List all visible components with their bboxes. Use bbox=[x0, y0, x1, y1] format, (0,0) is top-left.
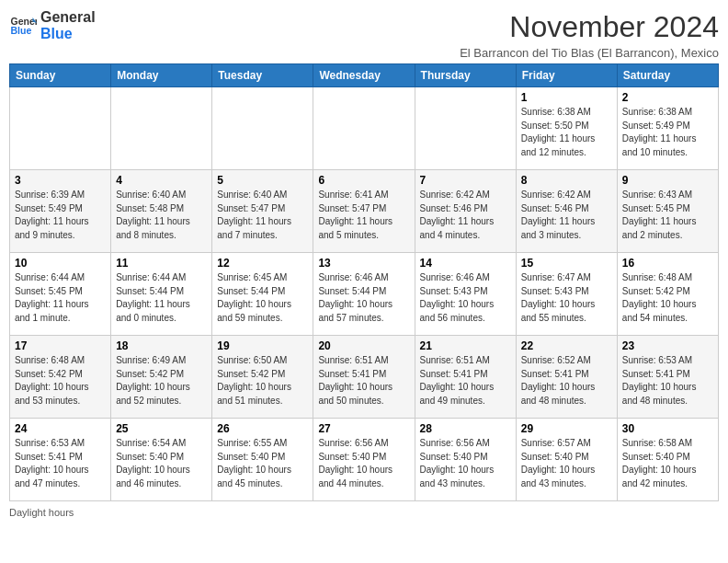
day-cell: 8Sunrise: 6:42 AM Sunset: 5:46 PM Daylig… bbox=[516, 170, 617, 253]
day-number: 11 bbox=[116, 257, 207, 270]
day-cell: 29Sunrise: 6:57 AM Sunset: 5:40 PM Dayli… bbox=[516, 419, 617, 501]
day-info: Sunrise: 6:39 AM Sunset: 5:49 PM Dayligh… bbox=[15, 189, 106, 242]
day-number: 17 bbox=[15, 339, 106, 352]
day-cell: 27Sunrise: 6:56 AM Sunset: 5:40 PM Dayli… bbox=[313, 419, 415, 501]
day-number: 7 bbox=[420, 174, 511, 187]
subtitle: El Barrancon del Tio Blas (El Barrancon)… bbox=[460, 46, 719, 60]
day-number: 16 bbox=[622, 257, 713, 270]
day-info: Sunrise: 6:48 AM Sunset: 5:42 PM Dayligh… bbox=[622, 271, 713, 325]
day-cell: 4Sunrise: 6:40 AM Sunset: 5:48 PM Daylig… bbox=[111, 170, 212, 253]
title-area: November 2024 El Barrancon del Tio Blas … bbox=[460, 9, 719, 60]
day-number: 5 bbox=[217, 174, 308, 187]
day-cell: 10Sunrise: 6:44 AM Sunset: 5:45 PM Dayli… bbox=[10, 253, 111, 336]
day-cell: 1Sunrise: 6:38 AM Sunset: 5:50 PM Daylig… bbox=[516, 87, 617, 170]
day-number: 15 bbox=[521, 257, 612, 270]
footer-note: Daylight hours bbox=[9, 507, 719, 518]
day-cell bbox=[111, 87, 212, 170]
day-info: Sunrise: 6:42 AM Sunset: 5:46 PM Dayligh… bbox=[420, 189, 511, 242]
calendar-body: 1Sunrise: 6:38 AM Sunset: 5:50 PM Daylig… bbox=[10, 87, 719, 501]
main-title: November 2024 bbox=[460, 9, 719, 44]
day-number: 27 bbox=[318, 422, 409, 435]
day-cell: 3Sunrise: 6:39 AM Sunset: 5:49 PM Daylig… bbox=[10, 170, 111, 253]
svg-text:Blue: Blue bbox=[11, 25, 32, 36]
week-row-5: 24Sunrise: 6:53 AM Sunset: 5:41 PM Dayli… bbox=[10, 419, 719, 501]
day-cell: 16Sunrise: 6:48 AM Sunset: 5:42 PM Dayli… bbox=[617, 253, 718, 336]
day-number: 29 bbox=[521, 422, 612, 435]
day-cell: 5Sunrise: 6:40 AM Sunset: 5:47 PM Daylig… bbox=[212, 170, 313, 253]
day-number: 21 bbox=[420, 339, 511, 352]
day-cell: 21Sunrise: 6:51 AM Sunset: 5:41 PM Dayli… bbox=[415, 336, 516, 419]
day-info: Sunrise: 6:53 AM Sunset: 5:41 PM Dayligh… bbox=[15, 437, 106, 490]
day-info: Sunrise: 6:44 AM Sunset: 5:45 PM Dayligh… bbox=[15, 271, 106, 325]
day-number: 1 bbox=[521, 91, 612, 104]
logo-blue: Blue bbox=[40, 26, 96, 42]
calendar-table: SundayMondayTuesdayWednesdayThursdayFrid… bbox=[9, 63, 719, 501]
week-row-3: 10Sunrise: 6:44 AM Sunset: 5:45 PM Dayli… bbox=[10, 253, 719, 336]
day-number: 22 bbox=[521, 339, 612, 352]
day-info: Sunrise: 6:41 AM Sunset: 5:47 PM Dayligh… bbox=[318, 189, 409, 242]
day-info: Sunrise: 6:54 AM Sunset: 5:40 PM Dayligh… bbox=[116, 437, 207, 490]
day-info: Sunrise: 6:43 AM Sunset: 5:45 PM Dayligh… bbox=[622, 189, 713, 242]
day-cell bbox=[313, 87, 415, 170]
day-info: Sunrise: 6:57 AM Sunset: 5:40 PM Dayligh… bbox=[521, 437, 612, 490]
day-cell: 30Sunrise: 6:58 AM Sunset: 5:40 PM Dayli… bbox=[617, 419, 718, 501]
day-number: 4 bbox=[116, 174, 207, 187]
day-info: Sunrise: 6:40 AM Sunset: 5:48 PM Dayligh… bbox=[116, 189, 207, 242]
day-info: Sunrise: 6:38 AM Sunset: 5:49 PM Dayligh… bbox=[622, 106, 713, 159]
day-number: 18 bbox=[116, 339, 207, 352]
day-info: Sunrise: 6:38 AM Sunset: 5:50 PM Dayligh… bbox=[521, 106, 612, 159]
col-header-friday: Friday bbox=[516, 64, 617, 87]
day-info: Sunrise: 6:56 AM Sunset: 5:40 PM Dayligh… bbox=[318, 437, 409, 490]
week-row-4: 17Sunrise: 6:48 AM Sunset: 5:42 PM Dayli… bbox=[10, 336, 719, 419]
day-cell: 26Sunrise: 6:55 AM Sunset: 5:40 PM Dayli… bbox=[212, 419, 313, 501]
day-cell: 19Sunrise: 6:50 AM Sunset: 5:42 PM Dayli… bbox=[212, 336, 313, 419]
day-number: 2 bbox=[622, 91, 713, 104]
day-info: Sunrise: 6:50 AM Sunset: 5:42 PM Dayligh… bbox=[217, 354, 308, 408]
col-header-saturday: Saturday bbox=[617, 64, 718, 87]
day-info: Sunrise: 6:40 AM Sunset: 5:47 PM Dayligh… bbox=[217, 189, 308, 242]
day-number: 26 bbox=[217, 422, 308, 435]
column-header-row: SundayMondayTuesdayWednesdayThursdayFrid… bbox=[10, 64, 719, 87]
day-number: 8 bbox=[521, 174, 612, 187]
day-cell: 6Sunrise: 6:41 AM Sunset: 5:47 PM Daylig… bbox=[313, 170, 415, 253]
day-cell bbox=[10, 87, 111, 170]
day-cell: 22Sunrise: 6:52 AM Sunset: 5:41 PM Dayli… bbox=[516, 336, 617, 419]
day-cell: 25Sunrise: 6:54 AM Sunset: 5:40 PM Dayli… bbox=[111, 419, 212, 501]
day-number: 24 bbox=[15, 422, 106, 435]
daylight-label: Daylight hours bbox=[9, 507, 74, 518]
day-info: Sunrise: 6:56 AM Sunset: 5:40 PM Dayligh… bbox=[420, 437, 511, 490]
day-info: Sunrise: 6:51 AM Sunset: 5:41 PM Dayligh… bbox=[318, 354, 409, 408]
day-info: Sunrise: 6:45 AM Sunset: 5:44 PM Dayligh… bbox=[217, 271, 308, 325]
day-cell: 11Sunrise: 6:44 AM Sunset: 5:44 PM Dayli… bbox=[111, 253, 212, 336]
day-cell: 24Sunrise: 6:53 AM Sunset: 5:41 PM Dayli… bbox=[10, 419, 111, 501]
day-info: Sunrise: 6:47 AM Sunset: 5:43 PM Dayligh… bbox=[521, 271, 612, 325]
day-info: Sunrise: 6:51 AM Sunset: 5:41 PM Dayligh… bbox=[420, 354, 511, 408]
day-number: 3 bbox=[15, 174, 106, 187]
day-cell: 2Sunrise: 6:38 AM Sunset: 5:49 PM Daylig… bbox=[617, 87, 718, 170]
day-cell: 23Sunrise: 6:53 AM Sunset: 5:41 PM Dayli… bbox=[617, 336, 718, 419]
day-number: 19 bbox=[217, 339, 308, 352]
day-info: Sunrise: 6:46 AM Sunset: 5:44 PM Dayligh… bbox=[318, 271, 409, 325]
day-cell: 18Sunrise: 6:49 AM Sunset: 5:42 PM Dayli… bbox=[111, 336, 212, 419]
day-number: 14 bbox=[420, 257, 511, 270]
day-cell: 28Sunrise: 6:56 AM Sunset: 5:40 PM Dayli… bbox=[415, 419, 516, 501]
day-number: 9 bbox=[622, 174, 713, 187]
day-cell: 17Sunrise: 6:48 AM Sunset: 5:42 PM Dayli… bbox=[10, 336, 111, 419]
col-header-thursday: Thursday bbox=[415, 64, 516, 87]
day-info: Sunrise: 6:46 AM Sunset: 5:43 PM Dayligh… bbox=[420, 271, 511, 325]
col-header-tuesday: Tuesday bbox=[212, 64, 313, 87]
day-info: Sunrise: 6:44 AM Sunset: 5:44 PM Dayligh… bbox=[116, 271, 207, 325]
col-header-wednesday: Wednesday bbox=[313, 64, 415, 87]
day-number: 23 bbox=[622, 339, 713, 352]
day-info: Sunrise: 6:55 AM Sunset: 5:40 PM Dayligh… bbox=[217, 437, 308, 490]
day-cell: 14Sunrise: 6:46 AM Sunset: 5:43 PM Dayli… bbox=[415, 253, 516, 336]
day-cell: 12Sunrise: 6:45 AM Sunset: 5:44 PM Dayli… bbox=[212, 253, 313, 336]
day-number: 25 bbox=[116, 422, 207, 435]
day-cell: 13Sunrise: 6:46 AM Sunset: 5:44 PM Dayli… bbox=[313, 253, 415, 336]
col-header-monday: Monday bbox=[111, 64, 212, 87]
logo-general: General bbox=[40, 9, 96, 26]
day-number: 12 bbox=[217, 257, 308, 270]
week-row-1: 1Sunrise: 6:38 AM Sunset: 5:50 PM Daylig… bbox=[10, 87, 719, 170]
day-number: 6 bbox=[318, 174, 409, 187]
day-cell: 7Sunrise: 6:42 AM Sunset: 5:46 PM Daylig… bbox=[415, 170, 516, 253]
